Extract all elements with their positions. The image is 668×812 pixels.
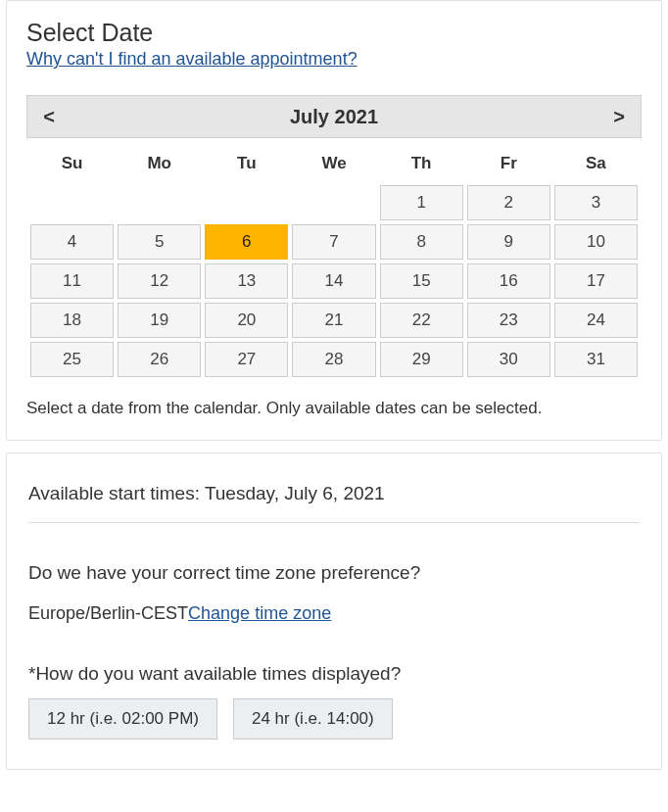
- format-question: *How do you want available times display…: [28, 663, 640, 685]
- date-select-card: Select Date Why can't I find an availabl…: [6, 0, 662, 441]
- calendar-day[interactable]: 15: [380, 263, 463, 299]
- calendar-next-button[interactable]: >: [597, 106, 641, 128]
- calendar-day[interactable]: 21: [292, 303, 375, 338]
- times-card: Available start times: Tuesday, July 6, …: [6, 453, 662, 770]
- calendar-empty-cell: [118, 185, 201, 220]
- calendar-day[interactable]: 30: [467, 342, 550, 377]
- calendar-day[interactable]: 1: [380, 185, 463, 220]
- calendar-day[interactable]: 22: [380, 303, 463, 338]
- format-12hr-button[interactable]: 12 hr (i.e. 02:00 PM): [28, 698, 217, 740]
- format-buttons: 12 hr (i.e. 02:00 PM) 24 hr (i.e. 14:00): [28, 698, 640, 740]
- calendar-day[interactable]: 26: [118, 342, 201, 377]
- calendar-dow: Tu: [205, 146, 288, 181]
- calendar-dow: Mo: [118, 146, 201, 181]
- calendar-empty-cell: [30, 185, 114, 220]
- calendar-empty-cell: [292, 185, 375, 220]
- calendar-empty-cell: [205, 185, 288, 220]
- calendar-day[interactable]: 10: [554, 224, 638, 260]
- calendar-day[interactable]: 25: [30, 342, 114, 377]
- calendar-day[interactable]: 11: [30, 263, 114, 299]
- calendar-header: < July 2021 >: [26, 95, 642, 138]
- calendar-instruction: Select a date from the calendar. Only av…: [26, 399, 642, 418]
- calendar-prev-button[interactable]: <: [27, 106, 71, 128]
- calendar-dow: Su: [30, 146, 114, 181]
- timezone-row: Europe/Berlin-CESTChange time zone: [28, 603, 640, 624]
- calendar-day[interactable]: 29: [380, 342, 463, 377]
- calendar-day[interactable]: 2: [467, 185, 550, 220]
- calendar-month-label: July 2021: [71, 106, 597, 128]
- calendar-day[interactable]: 19: [118, 303, 201, 338]
- calendar-day[interactable]: 4: [30, 224, 114, 260]
- calendar-day[interactable]: 14: [292, 263, 375, 299]
- calendar-day[interactable]: 13: [205, 263, 288, 299]
- calendar-grid: SuMoTuWeThFrSa 1234567891011121314151617…: [26, 142, 642, 381]
- calendar-dow: Sa: [554, 146, 638, 181]
- calendar-day[interactable]: 12: [118, 263, 201, 299]
- calendar-day[interactable]: 3: [554, 185, 638, 220]
- timezone-value: Europe/Berlin-CEST: [28, 603, 188, 623]
- help-link[interactable]: Why can't I find an available appointmen…: [26, 49, 358, 69]
- change-timezone-link[interactable]: Change time zone: [188, 603, 331, 623]
- calendar-dow: Th: [380, 146, 463, 181]
- calendar-day[interactable]: 7: [292, 224, 375, 260]
- calendar-day[interactable]: 8: [380, 224, 463, 260]
- format-24hr-button[interactable]: 24 hr (i.e. 14:00): [233, 698, 393, 740]
- calendar-day[interactable]: 18: [30, 303, 114, 338]
- calendar-dow: We: [292, 146, 375, 181]
- page-title: Select Date: [26, 19, 642, 47]
- timezone-question: Do we have your correct time zone prefer…: [28, 562, 640, 584]
- calendar-day[interactable]: 20: [205, 303, 288, 338]
- available-times-heading: Available start times: Tuesday, July 6, …: [28, 483, 640, 504]
- calendar-day[interactable]: 5: [118, 224, 201, 260]
- calendar: < July 2021 > SuMoTuWeThFrSa 12345678910…: [26, 95, 642, 381]
- calendar-day[interactable]: 24: [554, 303, 638, 338]
- calendar-day[interactable]: 9: [467, 224, 550, 260]
- calendar-day[interactable]: 6: [205, 224, 288, 260]
- calendar-day[interactable]: 17: [554, 263, 638, 299]
- calendar-day[interactable]: 28: [292, 342, 375, 377]
- calendar-day[interactable]: 31: [554, 342, 638, 377]
- divider: [28, 522, 640, 523]
- calendar-day[interactable]: 16: [467, 263, 550, 299]
- calendar-day[interactable]: 27: [205, 342, 288, 377]
- calendar-day[interactable]: 23: [467, 303, 550, 338]
- calendar-dow: Fr: [467, 146, 550, 181]
